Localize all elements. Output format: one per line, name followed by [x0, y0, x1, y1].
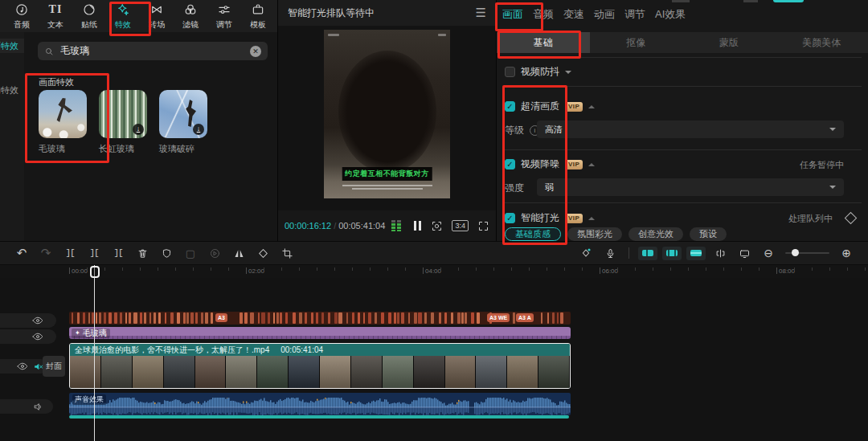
tab-speed[interactable]: 变速 [563, 7, 584, 22]
pill-creative-light[interactable]: 创意光效 [628, 227, 683, 241]
mask-shield-icon[interactable] [154, 247, 178, 259]
keyframe-icon[interactable] [574, 247, 598, 259]
undo-icon[interactable] [10, 246, 34, 260]
zoom-out-icon[interactable] [756, 247, 780, 259]
current-time: 00:00:16:12 [285, 221, 331, 231]
toolbar-item-sticker[interactable]: 贴纸 [72, 2, 106, 31]
tab-audio[interactable]: 音频 [533, 7, 554, 22]
toolbar-item-filter[interactable]: 滤镜 [174, 2, 207, 31]
reverse-play-icon[interactable] [203, 247, 227, 259]
relight-checkbox[interactable] [505, 213, 515, 223]
watermark-mark [328, 34, 339, 36]
strength-dropdown[interactable]: 弱 [537, 178, 844, 196]
pill-presets[interactable]: 预设 [690, 227, 727, 241]
focus-frame-icon[interactable] [431, 220, 443, 232]
media-panel: 音频 文本 贴纸 特效 转场 [0, 0, 277, 241]
toolbar-item-template[interactable]: 模板 [241, 2, 275, 31]
download-icon [133, 124, 144, 135]
timeline-ruler[interactable]: 00:0002:0004:0006:0008:00 [0, 265, 868, 278]
toolbar-label: 文本 [47, 19, 63, 31]
cover-button[interactable]: 封面 [43, 356, 65, 377]
divider [503, 86, 862, 87]
preview-menu-icon[interactable] [476, 6, 486, 20]
timeline-zoom-slider[interactable] [785, 252, 829, 254]
level-label: 等级 [505, 124, 524, 137]
video-filmstrip [70, 356, 570, 388]
effect-card-frosted-glass[interactable]: 毛玻璃 [39, 90, 87, 155]
effects-section-title: 画面特效 [39, 76, 74, 88]
relight-label: 智能打光 [521, 211, 559, 225]
hd-quality-checkbox[interactable] [505, 101, 515, 112]
stabilize-label: 视频防抖 [521, 65, 559, 79]
fullscreen-icon[interactable] [477, 220, 489, 232]
chevron-up-icon[interactable] [588, 214, 595, 220]
subtab-mask[interactable]: 蒙版 [682, 32, 776, 53]
denoise-row: 视频降噪 VIP [505, 157, 595, 171]
main-toolbar: 音频 文本 贴纸 特效 转场 [0, 0, 277, 32]
link-toggle[interactable] [686, 247, 706, 260]
effect-track-clip[interactable]: 毛玻璃 [69, 327, 571, 339]
tab-adjust[interactable]: 调节 [624, 7, 645, 22]
toolbar-label: 贴纸 [81, 19, 97, 31]
tab-ai-effects[interactable]: AI效果 [655, 7, 686, 22]
tab-animation[interactable]: 动画 [594, 7, 615, 22]
delete-icon[interactable] [130, 247, 154, 259]
split-left-icon[interactable] [82, 248, 106, 258]
text-track-clip[interactable]: A3A3 WEA3 A [69, 312, 571, 325]
pill-basic-texture[interactable]: 基础质感 [505, 227, 561, 241]
subtab-beauty[interactable]: 美颜美体 [776, 32, 868, 53]
microphone-icon[interactable] [598, 247, 622, 259]
pause-button[interactable] [414, 221, 421, 231]
hd-level-dropdown[interactable]: 高清 [537, 120, 844, 138]
speaker-icon[interactable] [33, 402, 43, 412]
toolbar-item-effects[interactable]: 特效 [106, 2, 140, 31]
chevron-up-icon[interactable] [588, 102, 595, 108]
playhead-handle[interactable] [90, 266, 100, 278]
toolbar-item-transition[interactable]: 转场 [140, 2, 174, 31]
zoom-slider-knob[interactable] [792, 249, 799, 256]
text-clip-badge: A3 A [516, 313, 534, 322]
rail-item-person-effects[interactable]: 人物特效 [0, 83, 24, 97]
video-track-clip[interactable]: 全球最治愈的电影，舍不得快进一秒，太解压了！.mp4 00:05:41:04 [69, 343, 571, 389]
toolbar-item-audio[interactable]: 音频 [5, 2, 39, 31]
rotate-icon[interactable] [251, 247, 275, 259]
denoise-checkbox[interactable] [505, 159, 515, 169]
chevron-up-icon[interactable] [588, 160, 595, 166]
rail-item-screen-effects[interactable]: 画面特效 [0, 39, 24, 53]
split-icon[interactable] [58, 248, 82, 258]
track-split-icon[interactable] [708, 247, 732, 259]
effects-search-box[interactable] [38, 42, 268, 60]
crop-icon[interactable] [275, 247, 299, 259]
stabilize-checkbox[interactable] [505, 67, 515, 77]
clear-search-icon[interactable] [250, 46, 261, 57]
video-preview-frame[interactable]: 约定着互相不能背叛对方 [324, 30, 450, 198]
zoom-in-icon[interactable] [834, 247, 858, 259]
toolbar-item-adjust[interactable]: 调节 [207, 2, 241, 31]
subtab-basic[interactable]: 基础 [497, 32, 590, 53]
tab-picture[interactable]: 画面 [502, 7, 523, 22]
text-clip-badge: A3 [215, 313, 227, 322]
split-right-icon[interactable] [106, 248, 130, 258]
search-input[interactable] [59, 45, 245, 58]
mirror-icon[interactable] [227, 247, 251, 259]
effects-icon [116, 2, 130, 18]
effect-card-ribbed-glass[interactable]: 长虹玻璃 [99, 90, 147, 155]
pill-ambient-light[interactable]: 氛围彩光 [567, 227, 622, 241]
preview-axis-icon[interactable] [732, 247, 756, 259]
audio-level-meter-icon [391, 220, 401, 231]
aspect-ratio-button[interactable]: 3:4 [452, 220, 469, 231]
chevron-down-icon[interactable] [565, 71, 571, 77]
eye-icon[interactable] [32, 315, 43, 326]
toolbar-item-text[interactable]: 文本 [39, 2, 72, 31]
divider [503, 57, 862, 58]
redo-icon[interactable] [34, 246, 58, 260]
effect-card-shattered-glass[interactable]: 玻璃破碎 [159, 90, 207, 155]
eye-icon[interactable] [17, 361, 28, 372]
magnetic-snap-toggle[interactable] [638, 247, 657, 260]
freeze-frame-icon[interactable] [178, 247, 203, 259]
eye-icon[interactable] [32, 331, 43, 342]
auto-ripple-toggle[interactable] [662, 247, 682, 260]
audio-track-clip[interactable]: 声音效果 [69, 393, 571, 415]
subtab-cutout[interactable]: 抠像 [590, 32, 683, 53]
toolbar-label: 调节 [216, 19, 232, 31]
